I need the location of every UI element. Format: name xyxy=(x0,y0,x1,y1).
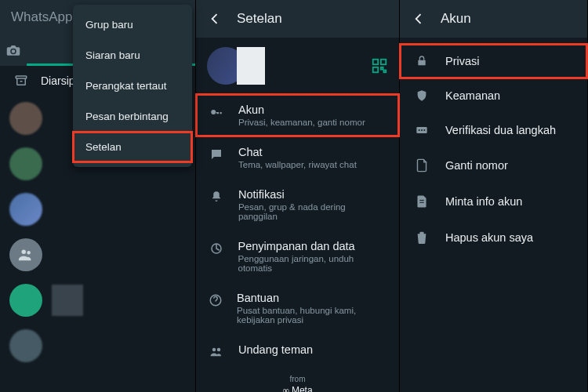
back-icon[interactable] xyxy=(207,11,223,27)
from-label: from xyxy=(196,375,399,383)
chat-icon xyxy=(209,146,224,162)
trash-icon xyxy=(414,230,430,245)
menu-siaran-baru[interactable]: Siaran baru xyxy=(73,40,192,71)
settings-item-sub: Privasi, keamanan, ganti nomor xyxy=(238,118,365,127)
settings-title: Setelan xyxy=(237,11,282,27)
account-item-verifikasi[interactable]: Verifikasi dua langkah xyxy=(400,113,587,147)
chat-row[interactable] xyxy=(0,278,195,323)
group-icon xyxy=(9,238,42,271)
svg-point-15 xyxy=(419,129,420,131)
menu-pesan-berbintang[interactable]: Pesan berbintang xyxy=(73,101,192,132)
svg-point-17 xyxy=(423,129,425,131)
help-icon xyxy=(209,292,223,307)
bell-icon xyxy=(209,188,224,204)
chats-screen: WhatsApp CHAT Diarsipkan Grup baru Siara… xyxy=(0,0,196,392)
account-list: Privasi Keamanan Verifikasi dua langkah … xyxy=(400,38,587,256)
meta-brand: ∞ Meta xyxy=(196,385,399,392)
profile-avatar xyxy=(207,47,265,85)
account-item-label: Privasi xyxy=(445,55,480,67)
key-icon xyxy=(209,103,224,119)
qr-icon[interactable] xyxy=(371,57,388,74)
svg-rect-7 xyxy=(384,71,387,73)
settings-item-undang[interactable]: Undang teman xyxy=(196,334,399,368)
menu-setelan[interactable]: Setelan xyxy=(73,132,192,162)
menu-grup-baru[interactable]: Grup baru xyxy=(73,9,192,40)
account-item-ganti-nomor[interactable]: Ganti nomor xyxy=(400,147,587,183)
svg-rect-0 xyxy=(16,76,27,78)
invite-icon xyxy=(209,343,224,359)
chat-row[interactable] xyxy=(0,187,195,232)
account-title: Akun xyxy=(441,11,471,27)
svg-point-8 xyxy=(211,110,216,114)
svg-point-12 xyxy=(217,348,221,352)
settings-item-akun[interactable]: AkunPrivasi, keamanan, ganti nomor xyxy=(196,94,399,136)
app-title: WhatsApp xyxy=(11,9,72,25)
data-icon xyxy=(209,240,224,256)
camera-icon[interactable] xyxy=(0,44,27,56)
svg-rect-18 xyxy=(419,200,424,201)
svg-rect-4 xyxy=(381,60,386,64)
sim-icon xyxy=(414,158,430,172)
settings-item-bantuan[interactable]: BantuanPusat bantuan, hubungi kami, kebi… xyxy=(196,282,399,334)
lock-icon xyxy=(414,55,430,67)
settings-item-notifikasi[interactable]: NotifikasiPesan, grup & nada dering pang… xyxy=(196,179,399,230)
settings-screen: Setelan AkunPrivasi, keamanan, ganti nom… xyxy=(196,0,400,392)
settings-header: Setelan xyxy=(196,0,399,38)
svg-rect-19 xyxy=(419,202,424,203)
svg-point-1 xyxy=(22,250,27,255)
svg-point-2 xyxy=(27,251,30,254)
svg-rect-5 xyxy=(373,67,378,72)
svg-rect-6 xyxy=(381,67,383,70)
profile-row[interactable] xyxy=(196,38,399,94)
menu-perangkat-tertaut[interactable]: Perangkat tertaut xyxy=(73,71,192,101)
shield-icon xyxy=(414,89,430,102)
account-item-hapus[interactable]: Hapus akun saya xyxy=(400,220,587,256)
back-icon[interactable] xyxy=(411,11,426,27)
account-item-minta-info[interactable]: Minta info akun xyxy=(400,183,587,220)
account-screen: Akun Privasi Keamanan Verifikasi dua lan… xyxy=(400,0,588,392)
chat-row[interactable] xyxy=(0,323,195,368)
archive-icon xyxy=(14,74,28,88)
account-header: Akun xyxy=(400,0,587,38)
settings-item-penyimpanan[interactable]: Penyimpanan dan dataPenggunaan jaringan,… xyxy=(196,230,399,282)
svg-point-11 xyxy=(212,348,216,352)
account-item-keamanan[interactable]: Keamanan xyxy=(400,78,587,113)
svg-point-16 xyxy=(421,129,423,131)
document-icon xyxy=(414,194,430,209)
account-item-privasi[interactable]: Privasi xyxy=(400,44,587,78)
overflow-menu: Grup baru Siaran baru Perangkat tertaut … xyxy=(73,5,192,167)
settings-item-chat[interactable]: ChatTema, wallpaper, riwayat chat xyxy=(196,136,399,179)
settings-item-title: Akun xyxy=(238,103,365,116)
chat-row[interactable] xyxy=(0,232,195,278)
pin-icon xyxy=(414,125,430,135)
svg-rect-3 xyxy=(373,60,378,64)
svg-rect-13 xyxy=(418,60,425,66)
settings-list: AkunPrivasi, keamanan, ganti nomor ChatT… xyxy=(196,94,399,368)
